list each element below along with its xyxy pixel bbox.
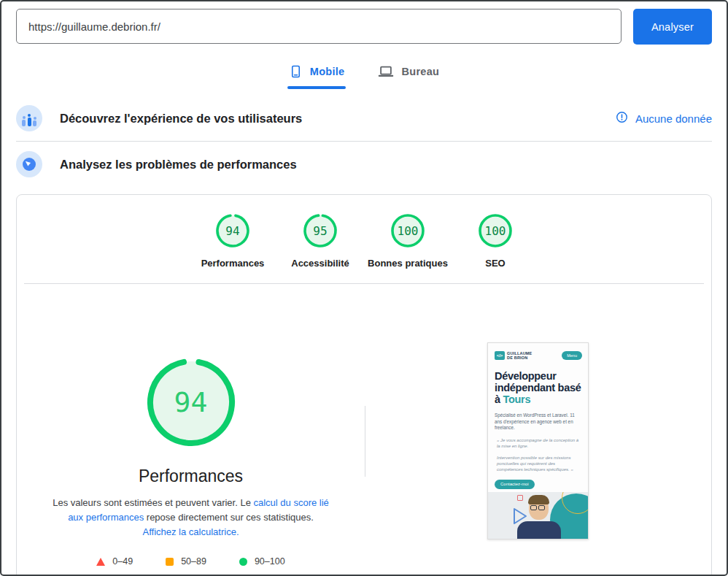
bonnes-pratiques-label: Bonnes pratiques [368, 258, 448, 269]
score-legend: 0–49 50–89 90–100 [96, 556, 284, 567]
field-data-title: Découvrez l'expérience de vos utilisateu… [60, 112, 302, 126]
pagespeed-insights-window: { "colors": { "accent_blue": "#1a73e8", … [0, 0, 728, 576]
tab-mobile-label: Mobile [310, 66, 345, 77]
pink-square-outline [517, 495, 523, 501]
page-screenshot-thumbnail: </> GUILLAUMEDE BRION Menu Développeur i… [487, 342, 589, 539]
column-divider [365, 406, 365, 477]
performances-score: 94 [215, 213, 250, 248]
lab-data-section-header: Analysez les problèmes de performances [16, 142, 712, 187]
score-bonnes-pratiques[interactable]: 100 Bonnes pratiques [364, 213, 452, 269]
red-triangle-icon [96, 558, 105, 566]
man-photo-hair [528, 495, 549, 504]
legend-average: 50–89 [166, 556, 206, 567]
score-seo[interactable]: 100 SEO [452, 213, 539, 269]
accessibilite-label: Accessibilité [291, 258, 349, 269]
legend-fail: 0–49 [96, 556, 133, 567]
url-input[interactable] [16, 9, 621, 44]
thumb-quote-1: « Je vous accompagne de la conception à … [488, 431, 588, 449]
orange-square-icon [166, 558, 174, 566]
thumb-heading: Développeur indépendant basé à Tours [488, 360, 588, 405]
legend-average-range: 50–89 [181, 556, 206, 567]
tab-desktop[interactable]: Bureau [378, 64, 439, 89]
score-accessibilite[interactable]: 95 Accessibilité [276, 213, 364, 269]
thumb-contact-button: Contactez-moi [495, 480, 535, 489]
thumb-logo-text: GUILLAUMEDE BRION [507, 351, 533, 360]
info-icon [616, 111, 628, 126]
disclaimer-text: repose directement sur ces statistiques. [144, 512, 314, 523]
man-photo-body [517, 521, 561, 539]
legend-pass: 90–100 [239, 556, 285, 567]
seo-label: SEO [485, 258, 505, 269]
device-tabs: Mobile Bureau [1, 64, 727, 89]
accessibilite-score: 95 [303, 213, 338, 248]
performance-big-score: 94 [146, 357, 236, 448]
url-toolbar: Analyser [1, 1, 727, 45]
no-data-link[interactable]: Aucune donnée [616, 111, 712, 126]
tab-mobile[interactable]: Mobile [289, 64, 345, 89]
screenshot-column: </> GUILLAUMEDE BRION Menu Développeur i… [365, 284, 711, 567]
man-photo-glasses [530, 505, 545, 510]
performance-detail-area: 94 Performances Les valeurs sont estimée… [17, 284, 711, 567]
score-performances[interactable]: 94 Performances [189, 213, 276, 269]
performances-label: Performances [201, 258, 265, 269]
performance-detail-column: 94 Performances Les valeurs sont estimée… [17, 284, 365, 567]
thumb-paragraph: Spécialisé en WordPress et Laravel. 11 a… [488, 405, 588, 431]
thumb-menu-button: Menu [562, 351, 582, 360]
field-data-section-header: Découvrez l'expérience de vos utilisateu… [16, 96, 712, 142]
thumb-hero-image [488, 492, 588, 539]
legend-pass-range: 90–100 [255, 556, 285, 567]
scores-summary: 94 Performances 95 Accessibilité 100 [17, 195, 711, 283]
seo-gauge: 100 [478, 213, 513, 248]
performance-big-gauge: 94 [146, 357, 236, 448]
tab-desktop-label: Bureau [401, 66, 439, 77]
legend-fail-range: 0–49 [112, 556, 133, 567]
analyze-button[interactable]: Analyser [633, 9, 712, 45]
seo-score: 100 [478, 213, 513, 248]
bonnes-pratiques-gauge: 100 [390, 213, 425, 248]
performances-gauge: 94 [215, 213, 250, 248]
smartphone-icon [289, 64, 303, 80]
accessibilite-gauge: 95 [303, 213, 338, 248]
users-chart-icon [16, 105, 42, 131]
performance-gauge-icon [16, 151, 42, 177]
thumb-quote-2: Intervention possible sur des missions p… [488, 449, 588, 472]
calculator-link[interactable]: Affichez la calculatrice. [143, 526, 239, 537]
score-disclaimer: Les valeurs sont estimées et peuvent var… [52, 496, 330, 539]
thumb-logo: </> GUILLAUMEDE BRION [495, 351, 533, 360]
lab-data-title: Analysez les problèmes de performances [60, 158, 297, 172]
code-logo-icon: </> [495, 351, 505, 360]
bonnes-pratiques-score: 100 [390, 213, 425, 248]
no-data-label: Aucune donnée [635, 112, 712, 125]
laptop-icon [378, 64, 394, 80]
disclaimer-text: Les valeurs sont estimées et peuvent var… [53, 497, 253, 508]
results-card: 94 Performances 95 Accessibilité 100 [16, 194, 712, 576]
green-circle-icon [239, 558, 247, 566]
performance-detail-title: Performances [139, 466, 243, 486]
thumb-header: </> GUILLAUMEDE BRION Menu [488, 343, 588, 360]
